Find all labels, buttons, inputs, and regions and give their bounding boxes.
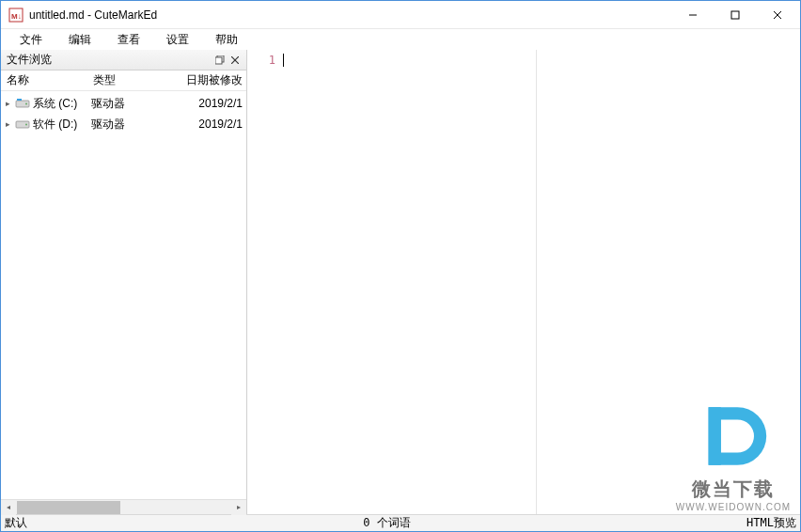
editor-textarea[interactable] <box>281 50 537 514</box>
status-right[interactable]: HTML预览 <box>746 515 796 531</box>
svg-text:M↓: M↓ <box>11 12 22 21</box>
svg-point-14 <box>25 124 27 126</box>
col-date[interactable]: 日期被修改 <box>159 72 246 88</box>
menu-help[interactable]: 帮助 <box>202 30 251 50</box>
menu-edit[interactable]: 编辑 <box>55 30 104 50</box>
horizontal-scrollbar[interactable]: ◂ ▸ <box>1 499 246 514</box>
col-name[interactable]: 名称 <box>1 72 87 88</box>
svg-point-12 <box>25 103 27 105</box>
editor-area: 1 <box>247 50 800 514</box>
status-wordcount: 0 个词语 <box>27 515 746 531</box>
tree-item-date: 2019/2/1 <box>163 97 246 110</box>
panel-close-button[interactable] <box>228 53 243 68</box>
tree-item-type: 驱动器 <box>91 96 163 112</box>
scroll-right-icon[interactable]: ▸ <box>231 500 246 515</box>
minimize-button[interactable] <box>671 2 714 28</box>
menubar: 文件 编辑 查看 设置 帮助 <box>1 29 800 50</box>
drive-icon <box>14 117 31 132</box>
menu-settings[interactable]: 设置 <box>153 30 202 50</box>
html-preview-pane <box>537 50 800 514</box>
menu-view[interactable]: 查看 <box>104 30 153 50</box>
maximize-button[interactable] <box>714 2 756 28</box>
panel-title: 文件浏览 <box>7 52 212 68</box>
tree-item-date: 2019/2/1 <box>163 117 246 131</box>
app-icon: M↓ <box>8 8 24 23</box>
status-left[interactable]: 默认 <box>5 515 27 531</box>
panel-float-button[interactable] <box>212 53 228 68</box>
svg-rect-11 <box>17 99 22 101</box>
tree-row[interactable]: ▸ 软件 (D:) 驱动器 2019/2/1 <box>1 114 246 134</box>
statusbar: 默认 0 个词语 HTML预览 <box>1 514 800 531</box>
menu-file[interactable]: 文件 <box>7 30 55 50</box>
tree-header: 名称 类型 日期被修改 <box>1 70 246 91</box>
scroll-thumb[interactable] <box>17 501 120 514</box>
tree-item-type: 驱动器 <box>91 117 163 133</box>
scroll-left-icon[interactable]: ◂ <box>1 500 16 515</box>
svg-rect-7 <box>215 57 222 64</box>
file-browser-panel: 文件浏览 名称 类型 日期被修改 ▸ 系统 (C:) 驱动器 2019/2/1 <box>1 50 247 514</box>
tree-item-name: 软件 (D:) <box>33 117 91 133</box>
panel-header: 文件浏览 <box>1 50 246 70</box>
svg-rect-3 <box>731 11 739 19</box>
text-cursor <box>283 54 284 67</box>
close-button[interactable] <box>756 2 798 28</box>
titlebar: M↓ untitled.md - CuteMarkEd <box>1 1 800 29</box>
tree-body: ▸ 系统 (C:) 驱动器 2019/2/1 ▸ 软件 (D:) 驱动器 201… <box>1 91 246 499</box>
window-title: untitled.md - CuteMarkEd <box>29 8 157 22</box>
col-type[interactable]: 类型 <box>87 72 159 88</box>
line-gutter: 1 <box>247 50 281 514</box>
chevron-right-icon[interactable]: ▸ <box>1 119 14 129</box>
drive-icon <box>14 96 31 111</box>
tree-item-name: 系统 (C:) <box>33 96 91 112</box>
window-controls <box>671 2 798 28</box>
line-number: 1 <box>247 54 275 67</box>
chevron-right-icon[interactable]: ▸ <box>1 99 14 108</box>
tree-row[interactable]: ▸ 系统 (C:) 驱动器 2019/2/1 <box>1 93 246 114</box>
workspace: 文件浏览 名称 类型 日期被修改 ▸ 系统 (C:) 驱动器 2019/2/1 <box>1 50 800 514</box>
